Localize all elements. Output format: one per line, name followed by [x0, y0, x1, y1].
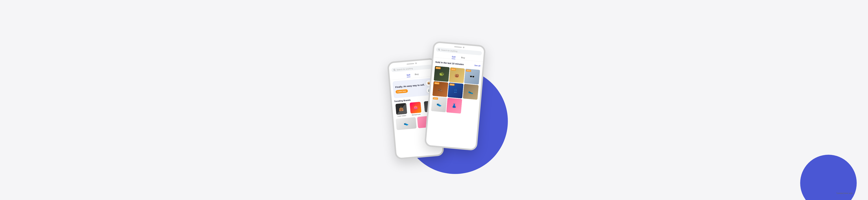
search-icon-front [438, 48, 440, 51]
search-placeholder-front: Search for anything [441, 49, 457, 52]
search-icon-back [393, 69, 396, 71]
sold-items-grid: 🐢 SOLD 👜 SOLD 🕶️ SOLD 👞 SOLD [431, 66, 480, 115]
brand-img-mk-inner: 👛 [410, 102, 422, 114]
svg-point-0 [394, 69, 395, 70]
sold-see-all[interactable]: See all [474, 64, 480, 67]
sold-item-0[interactable]: 🐢 SOLD [434, 66, 450, 82]
sold-item-6[interactable]: 👟 SOLD [431, 96, 447, 112]
sold-item-bg-5: 🥿 [463, 84, 479, 100]
banner-text: Finally. An easy way to sell. Learn how [395, 83, 427, 94]
sold-item-3[interactable]: 👞 SOLD [432, 81, 448, 97]
limited-time-text: *Limited time only. [836, 192, 853, 194]
camera-back [415, 62, 417, 64]
brand-img-lv-inner: 👜 [395, 103, 407, 115]
sold-badge-6: SOLD [433, 97, 438, 99]
bottom-item-1: 👟 [396, 117, 417, 130]
tab-sell-back[interactable]: Sell [406, 73, 410, 77]
sold-item-bg-7: 👗 [446, 98, 462, 114]
sold-badge-1: SOLD [451, 68, 456, 70]
tab-buy-front[interactable]: Buy [461, 55, 465, 60]
camera-front [463, 47, 465, 48]
banner-title: Finally. An easy way to sell. [395, 83, 426, 89]
brand-item-lv[interactable]: 👜 Louis Vuitton [395, 103, 408, 117]
sold-badge-4: SOLD [450, 83, 455, 86]
speaker-back [406, 63, 414, 64]
sold-item-1[interactable]: 👜 SOLD [449, 67, 465, 83]
sold-item-5[interactable]: 🥿 [463, 84, 479, 100]
sold-item-7[interactable]: 👗 [446, 98, 462, 114]
main-scene: Search for anything Sell Buy Finally. An… [0, 0, 868, 200]
brand-emoji-mk: 👛 [413, 106, 418, 110]
brand-label-mk: Michael Kors [412, 113, 421, 116]
speaker-front [454, 46, 462, 48]
sold-badge-0: SOLD [435, 67, 441, 69]
brand-emoji-lv: 👜 [399, 107, 404, 111]
svg-line-1 [395, 70, 395, 70]
sold-item-4[interactable]: 👖 SOLD [447, 82, 464, 98]
brand-image-mk: 👛 [410, 102, 422, 114]
sold-badge-2: SOLD [466, 69, 471, 72]
search-placeholder-back: Search for anything [397, 67, 413, 71]
brand-image-lv: 👜 [395, 103, 407, 115]
phone-front: Search for anything Sell Buy Sold in the… [424, 41, 486, 151]
tab-buy-back[interactable]: Buy [414, 72, 419, 77]
phone-content-front: Sold in the last 10 minutes See all 🐢 SO… [429, 58, 483, 117]
svg-line-3 [439, 50, 440, 50]
tab-sell-front[interactable]: Sell [452, 55, 456, 59]
brand-label-lv: Louis Vuitton [398, 115, 406, 117]
sold-badge-3: SOLD [434, 82, 439, 84]
sold-section-title: Sold in the last 10 minutes [435, 61, 464, 66]
learn-how-button[interactable]: Learn how [396, 89, 408, 94]
trending-brands-title: Trending Brands [394, 99, 411, 103]
sold-item-2[interactable]: 🕶️ SOLD [464, 69, 480, 85]
svg-point-2 [438, 49, 440, 50]
brand-item-mk[interactable]: 👛 Michael Kors [409, 102, 423, 116]
phones-container: Search for anything Sell Buy Finally. An… [383, 47, 485, 153]
